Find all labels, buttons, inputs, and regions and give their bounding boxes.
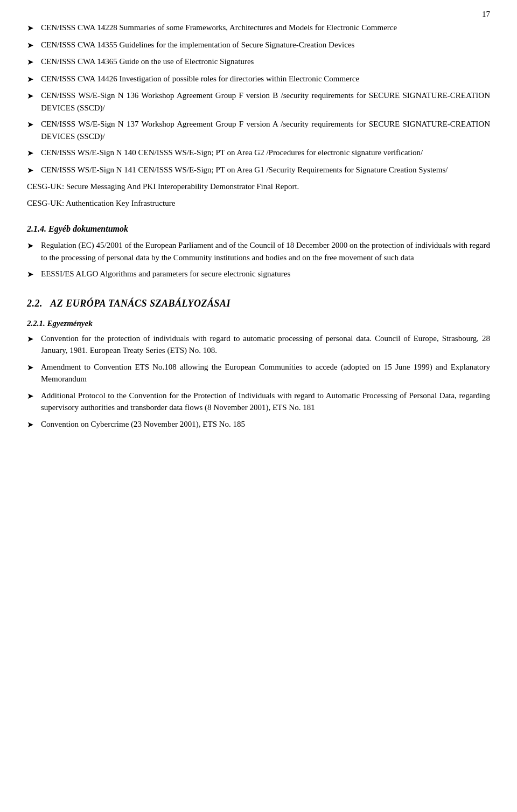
bullet-arrow-icon: ➤ — [27, 56, 39, 68]
list-item: ➤Additional Protocol to the Convention f… — [27, 390, 490, 414]
section-22-block: 2.2. Az Európa Tanács szabályozásai 2.2.… — [27, 298, 490, 431]
section-22-number: 2.2. — [27, 298, 43, 309]
cesg-item: CESG-UK: Secure Messaging And PKI Intero… — [27, 181, 490, 193]
bullet-text: Convention on Cybercrime (23 November 20… — [41, 418, 490, 431]
bullet-text: CEN/ISSS CWA 14355 Guidelines for the im… — [41, 39, 490, 51]
list-item: ➤CEN/ISSS WS/E-Sign N 141 CEN/ISSS WS/E-… — [27, 164, 490, 177]
section-221-list: ➤Convention for the protection of indivi… — [27, 332, 490, 431]
bullet-text: Additional Protocol to the Convention fo… — [41, 390, 490, 414]
bullet-text: Amendment to Convention ETS No.108 allow… — [41, 361, 490, 385]
list-item: ➤Regulation (EC) 45/2001 of the European… — [27, 239, 490, 263]
bullet-arrow-icon: ➤ — [27, 22, 39, 34]
bullet-text: Regulation (EC) 45/2001 of the European … — [41, 239, 490, 263]
bullet-arrow-icon: ➤ — [27, 268, 39, 281]
cesg-item: CESG-UK: Authentication Key Infrastructu… — [27, 197, 490, 210]
bullet-text: CEN/ISSS WS/E-Sign N 141 CEN/ISSS WS/E-S… — [41, 164, 490, 176]
bullet-text: Convention for the protection of individ… — [41, 332, 490, 357]
list-item: ➤CEN/ISSS WS/E-Sign N 137 Workshop Agree… — [27, 118, 490, 142]
bullet-arrow-icon: ➤ — [27, 419, 39, 431]
section-214-block: 2.1.4. Egyéb dokumentumok ➤Regulation (E… — [27, 224, 490, 281]
bullet-arrow-icon: ➤ — [27, 90, 39, 102]
bullet-arrow-icon: ➤ — [27, 164, 39, 177]
section-22-title-prefix: Az — [50, 298, 66, 309]
bullet-arrow-icon: ➤ — [27, 362, 39, 374]
bullet-text: CEN/ISSS WS/E-Sign N 140 CEN/ISSS WS/E-S… — [41, 147, 490, 159]
list-item: ➤CEN/ISSS WS/E-Sign N 136 Workshop Agree… — [27, 89, 490, 114]
list-item: ➤Convention on Cybercrime (23 November 2… — [27, 418, 490, 431]
bullet-text: CEN/ISSS CWA 14426 Investigation of poss… — [41, 73, 490, 85]
bullet-arrow-icon: ➤ — [27, 147, 39, 159]
section-221-heading: 2.2.1. Egyezmények — [27, 319, 490, 328]
bullet-text: EESSI/ES ALGO Algorithms and parameters … — [41, 268, 490, 280]
section-22-title-sc: Európa Tanács — [66, 298, 147, 309]
list-item: ➤CEN/ISSS CWA 14365 Guide on the use of … — [27, 55, 490, 68]
section-214-heading: 2.1.4. Egyéb dokumentumok — [27, 224, 490, 234]
section-22-heading: 2.2. Az Európa Tanács szabályozásai — [27, 298, 490, 309]
main-bullet-list: ➤CEN/ISSS CWA 14228 Summaries of some Fr… — [27, 22, 490, 176]
list-item: ➤EESSI/ES ALGO Algorithms and parameters… — [27, 268, 490, 281]
bullet-text: CEN/ISSS WS/E-Sign N 137 Workshop Agreem… — [41, 118, 490, 142]
bullet-arrow-icon: ➤ — [27, 390, 39, 402]
bullet-text: CEN/ISSS CWA 14228 Summaries of some Fra… — [41, 22, 490, 34]
bullet-arrow-icon: ➤ — [27, 73, 39, 86]
bullet-arrow-icon: ➤ — [27, 333, 39, 345]
section-221-number: 2.2.1. — [27, 319, 45, 328]
bullet-arrow-icon: ➤ — [27, 119, 39, 131]
cesg-section: CESG-UK: Secure Messaging And PKI Intero… — [27, 181, 490, 209]
section-214-number: 2.1.4. — [27, 224, 46, 233]
section-22-title-suffix: szabályozásai — [147, 298, 230, 309]
bullet-arrow-icon: ➤ — [27, 240, 39, 252]
bullet-text: CEN/ISSS WS/E-Sign N 136 Workshop Agreem… — [41, 89, 490, 114]
page-number: 17 — [482, 10, 490, 19]
section-221-title: Egyezmények — [47, 319, 93, 328]
list-item: ➤CEN/ISSS WS/E-Sign N 140 CEN/ISSS WS/E-… — [27, 147, 490, 159]
list-item: ➤CEN/ISSS CWA 14355 Guidelines for the i… — [27, 39, 490, 52]
section-214-list: ➤Regulation (EC) 45/2001 of the European… — [27, 239, 490, 281]
list-item: ➤Amendment to Convention ETS No.108 allo… — [27, 361, 490, 385]
bullet-text: CEN/ISSS CWA 14365 Guide on the use of E… — [41, 55, 490, 68]
bullet-arrow-icon: ➤ — [27, 39, 39, 52]
list-item: ➤Convention for the protection of indivi… — [27, 332, 490, 357]
list-item: ➤CEN/ISSS CWA 14426 Investigation of pos… — [27, 73, 490, 86]
section-214-title: Egyéb dokumentumok — [48, 224, 128, 233]
list-item: ➤CEN/ISSS CWA 14228 Summaries of some Fr… — [27, 22, 490, 34]
